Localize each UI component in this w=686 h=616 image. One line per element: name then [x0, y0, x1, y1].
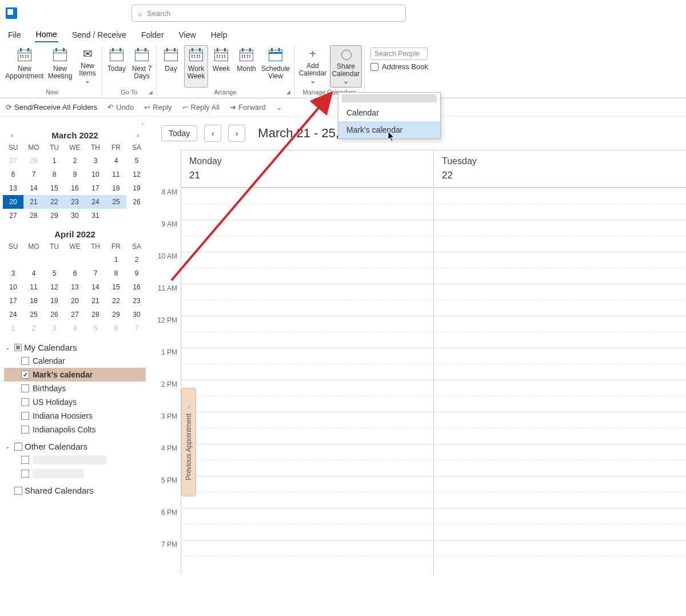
minical-day-cell[interactable]: 12 — [44, 280, 65, 294]
dialog-launcher-icon[interactable]: ◢ — [286, 89, 290, 95]
minical-day-cell[interactable] — [44, 253, 65, 267]
calendar-item[interactable]: ✓Mark's calendar — [4, 368, 146, 381]
minical-day-cell[interactable]: 15 — [44, 181, 65, 195]
search-input[interactable]: ⌕ Search — [131, 5, 406, 22]
day-column-monday[interactable] — [181, 188, 433, 574]
minical-day-cell[interactable]: 12 — [126, 168, 147, 181]
calendar-item-redacted[interactable] — [4, 453, 146, 467]
add-calendar-button[interactable]: + Add Calendar ⌄ — [297, 45, 329, 88]
jump-today-button[interactable]: Today — [161, 125, 197, 141]
tab-file[interactable]: File — [7, 28, 22, 42]
minical-day-cell[interactable]: 16 — [65, 181, 85, 195]
minical-day-cell[interactable]: 4 — [65, 321, 85, 335]
address-book-button[interactable]: Address Book — [370, 62, 428, 71]
minical-day-cell[interactable]: 9 — [126, 267, 147, 280]
calendar-item[interactable]: US Holidays — [4, 395, 146, 409]
checkbox[interactable] — [14, 487, 22, 495]
minical-day-cell[interactable]: 7 — [85, 267, 106, 280]
minical-day-cell[interactable]: 16 — [126, 280, 147, 294]
minical-day-cell[interactable]: 19 — [126, 181, 147, 195]
minical-day-cell[interactable]: 2 — [65, 154, 85, 168]
minical-day-cell[interactable]: 1 — [106, 253, 126, 267]
minical-day-cell[interactable]: 20 — [65, 294, 85, 308]
minical-day-cell[interactable]: 15 — [106, 280, 126, 294]
minical-day-cell[interactable]: 27 — [3, 154, 23, 168]
minical-day-cell[interactable]: 2 — [23, 321, 44, 335]
checkbox[interactable] — [21, 426, 29, 434]
minical-day-cell[interactable]: 2 — [126, 253, 147, 267]
calendar-item[interactable]: Birthdays — [4, 381, 146, 395]
dialog-launcher-icon[interactable]: ◢ — [149, 89, 153, 95]
checkbox[interactable] — [21, 398, 29, 406]
checkbox[interactable] — [14, 443, 22, 451]
minical-day-cell[interactable]: 6 — [3, 168, 23, 181]
minical-day-cell[interactable]: 5 — [44, 267, 65, 280]
calendar-item[interactable]: Calendar — [4, 354, 146, 368]
checkbox[interactable]: ✓ — [21, 371, 29, 379]
minical-prev-button[interactable]: ‹ — [7, 132, 17, 140]
reply-all-button[interactable]: ⤺Reply All — [182, 103, 220, 112]
new-appointment-button[interactable]: New Appointment — [5, 45, 45, 88]
day-header-tuesday[interactable]: Tuesday 22 — [433, 150, 686, 187]
send-receive-all-button[interactable]: ⟳ Send/Receive All Folders — [6, 103, 97, 112]
minical-day-cell[interactable]: 20 — [3, 195, 23, 209]
tab-help[interactable]: Help — [210, 28, 229, 42]
reply-button[interactable]: ↩Reply — [144, 103, 172, 112]
minical-day-cell[interactable]: 13 — [3, 181, 23, 195]
next-week-button[interactable]: › — [228, 125, 245, 142]
minical-day-cell[interactable]: 21 — [85, 294, 106, 308]
minical-day-cell[interactable]: 17 — [3, 294, 23, 308]
week-view-button[interactable]: Week — [209, 45, 233, 88]
shared-calendars-toggle[interactable]: ⌄ Shared Calendars — [4, 484, 146, 497]
new-meeting-button[interactable]: New Meeting — [46, 45, 74, 88]
tab-send-receive[interactable]: Send / Receive — [71, 28, 127, 42]
minical-day-cell[interactable]: 8 — [106, 267, 126, 280]
minical-day-cell[interactable]: 28 — [85, 308, 106, 321]
minical-day-cell[interactable]: 13 — [65, 280, 85, 294]
minical-day-cell[interactable]: 8 — [44, 168, 65, 181]
today-button[interactable]: Today — [105, 45, 129, 88]
minical-day-cell[interactable]: 3 — [44, 321, 65, 335]
undo-button[interactable]: ↶Undo — [107, 103, 134, 112]
minical-day-cell[interactable]: 10 — [85, 168, 106, 181]
minical-day-cell[interactable]: 19 — [44, 294, 65, 308]
schedule-view-button[interactable]: Schedule View — [260, 45, 292, 88]
minical-day-cell[interactable]: 3 — [85, 154, 106, 168]
minical-day-cell[interactable] — [65, 253, 85, 267]
minical-day-cell[interactable]: 23 — [65, 195, 85, 209]
minical-day-cell[interactable]: 14 — [23, 181, 44, 195]
minical-day-cell[interactable]: 26 — [126, 195, 147, 209]
minical-day-cell[interactable]: 18 — [106, 181, 126, 195]
minical-day-cell[interactable]: 30 — [126, 308, 147, 321]
new-items-button[interactable]: ✉ New Items ⌄ — [75, 45, 99, 88]
minical-day-cell[interactable]: 24 — [85, 195, 106, 209]
calendar-grid[interactable]: 8 AM9 AM10 AM11 AM12 PM1 PM2 PM3 PM4 PM5… — [150, 188, 686, 574]
prev-week-button[interactable]: ‹ — [204, 125, 221, 142]
dropdown-item-redacted[interactable] — [342, 94, 437, 102]
dropdown-item-calendar[interactable]: Calendar — [338, 104, 440, 121]
minical-day-cell[interactable]: 27 — [3, 209, 23, 222]
checkbox[interactable] — [21, 357, 29, 365]
minical-day-cell[interactable]: 7 — [23, 168, 44, 181]
search-people-input[interactable]: Search People — [370, 47, 428, 60]
minical-day-cell[interactable]: 28 — [23, 154, 44, 168]
minical-day-cell[interactable]: 4 — [106, 154, 126, 168]
minical-day-cell[interactable] — [106, 209, 126, 222]
minical-day-cell[interactable]: 25 — [23, 308, 44, 321]
tristate-checkbox[interactable] — [14, 344, 22, 351]
minical-day-cell[interactable]: 9 — [65, 168, 85, 181]
previous-appointment-tab[interactable]: ‹ Previous Appointment — [181, 388, 196, 496]
minical-day-cell[interactable]: 4 — [23, 267, 44, 280]
month-view-button[interactable]: Month — [234, 45, 258, 88]
minical-day-cell[interactable]: 1 — [3, 321, 23, 335]
minical-day-cell[interactable]: 28 — [23, 209, 44, 222]
minical-day-cell[interactable]: 6 — [65, 267, 85, 280]
minical-next-button[interactable]: › — [133, 132, 142, 140]
tab-folder[interactable]: Folder — [140, 28, 165, 42]
day-view-button[interactable]: Day — [159, 45, 183, 88]
day-header-monday[interactable]: Monday 21 — [181, 150, 433, 187]
minical-day-cell[interactable] — [3, 253, 23, 267]
minical-day-cell[interactable]: 1 — [44, 154, 65, 168]
minical-day-cell[interactable]: 30 — [65, 209, 85, 222]
tab-view[interactable]: View — [178, 28, 197, 42]
